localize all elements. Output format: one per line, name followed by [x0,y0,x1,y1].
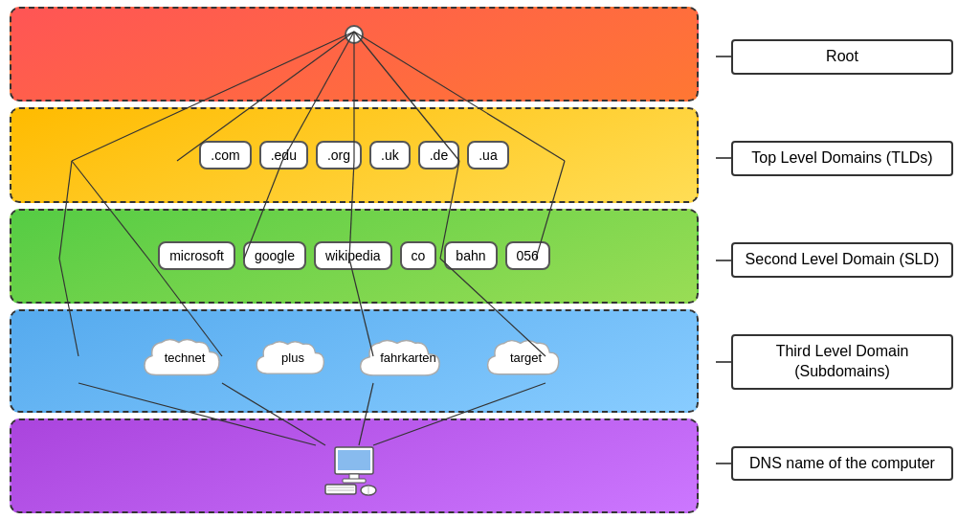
connector-tld [716,157,731,159]
layer-subdomain: technet plus fahrkarten [10,309,699,413]
tld-box-org: .org [316,141,362,170]
sld-box-bahn: bahn [444,241,497,270]
layer-dns [10,418,699,513]
label-sld-slot: Second Level Domain (SLD) [716,209,953,310]
label-dns-slot: DNS name of the computer [716,413,953,514]
sld-box-co: co [400,241,437,270]
layer-tld: .com .edu .org .uk .de .ua [10,107,699,202]
label-tld: Top Level Domains (TLDs) [731,141,953,176]
connector-dns [716,463,731,464]
clouds-row: technet plus fahrkarten [11,334,697,387]
cloud-target: target [480,334,571,387]
label-tld-slot: Top Level Domains (TLDs) [716,107,953,209]
root-node [345,25,364,44]
labels-area: Root Top Level Domains (TLDs) Second Lev… [708,0,961,520]
sld-box-wikipedia: wikipedia [314,241,392,270]
sld-box-google: google [243,241,306,270]
sld-boxes-row: microsoft google wikipedia co bahn 056 [11,241,697,270]
cloud-technet: technet [137,334,233,387]
label-subdomain: Third Level Domain (Subdomains) [731,334,953,390]
cloud-plus: plus [250,334,336,387]
computer-icon [316,442,392,504]
tld-box-com: .com [199,141,251,170]
tld-box-de: .de [418,141,459,170]
svg-rect-1 [338,450,370,470]
label-root-slot: Root [716,6,953,107]
layers-area: .com .edu .org .uk .de .ua microsoft goo… [0,0,708,520]
connector-subdomain [716,361,731,363]
sld-box-microsoft: microsoft [158,241,235,270]
cloud-fahrkarten-svg [353,334,463,387]
tld-box-uk: .uk [369,141,411,170]
tld-box-ua: .ua [467,141,508,170]
connector-root [716,56,731,57]
main-wrapper: .com .edu .org .uk .de .ua microsoft goo… [0,0,980,520]
label-sld: Second Level Domain (SLD) [731,242,953,278]
cloud-plus-svg [250,334,336,387]
tld-boxes-row: .com .edu .org .uk .de .ua [11,141,697,170]
layer-root [10,7,699,102]
sld-box-056: 056 [505,241,550,270]
label-root: Root [731,39,953,75]
label-dns: DNS name of the computer [731,446,953,482]
svg-rect-4 [325,485,356,494]
cloud-target-svg [480,334,571,387]
computer-svg [316,442,392,500]
cloud-fahrkarten: fahrkarten [353,334,463,387]
cloud-technet-svg [137,334,233,387]
connector-sld [716,260,731,261]
layer-sld: microsoft google wikipedia co bahn 056 [10,209,699,304]
tld-box-edu: .edu [259,141,308,170]
svg-rect-3 [343,479,366,483]
label-subdomain-slot: Third Level Domain (Subdomains) [716,311,953,413]
